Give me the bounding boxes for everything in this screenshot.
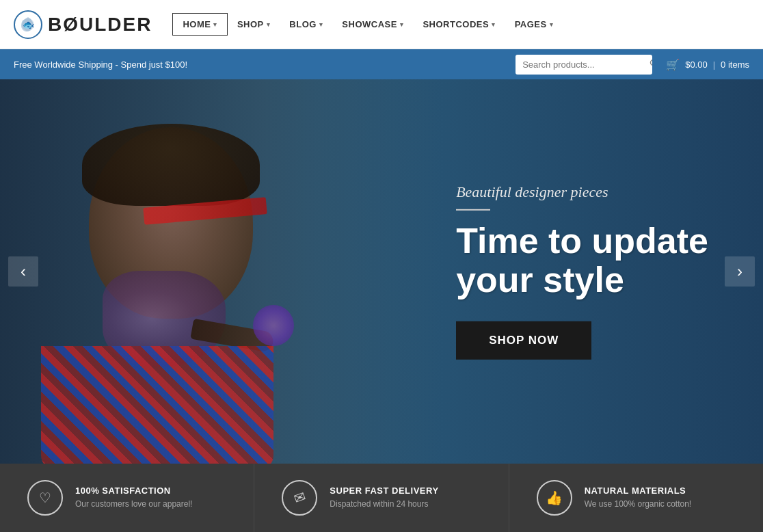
promo-message: Free Worldwide Shipping - Spend just $10… bbox=[14, 59, 187, 70]
prev-arrow-icon: ‹ bbox=[21, 262, 26, 281]
slider-prev-button[interactable]: ‹ bbox=[8, 256, 38, 287]
feature-delivery: ✉ SUPER FAST DELIVERY Dispatched within … bbox=[254, 464, 509, 532]
search-box[interactable] bbox=[516, 55, 652, 75]
nav-pages[interactable]: PAGES ▾ bbox=[505, 14, 563, 35]
feature-delivery-title: SUPER FAST DELIVERY bbox=[330, 486, 438, 496]
nav-shortcodes[interactable]: SHORTCODES ▾ bbox=[413, 14, 505, 35]
cart-icon: 🛒 bbox=[666, 58, 680, 71]
cart-area[interactable]: 🛒 $0.00 | 0 items bbox=[666, 58, 749, 71]
hero-section: Beautiful designer pieces Time to update… bbox=[0, 79, 763, 464]
feature-materials-desc: We use 100% organic cotton! bbox=[585, 498, 692, 510]
logo-text: BØULDER bbox=[48, 14, 152, 36]
nav-shop[interactable]: SHOP ▾ bbox=[228, 14, 280, 35]
delivery-icon-circle: ✉ bbox=[282, 480, 317, 516]
hero-person-area bbox=[21, 120, 362, 462]
chevron-down-icon: ▾ bbox=[267, 21, 271, 28]
promo-right: 🛒 $0.00 | 0 items bbox=[516, 55, 749, 75]
chevron-down-icon: ▾ bbox=[400, 21, 404, 28]
chevron-down-icon: ▾ bbox=[213, 21, 217, 28]
logo-icon: 🐟 bbox=[14, 10, 42, 39]
nav-showcase[interactable]: SHOWCASE ▾ bbox=[332, 14, 413, 35]
hero-divider bbox=[456, 209, 490, 211]
cart-amount: $0.00 bbox=[685, 59, 708, 70]
svg-point-2 bbox=[651, 59, 653, 65]
satisfaction-icon-circle: ♡ bbox=[27, 480, 63, 516]
feature-satisfaction-desc: Our customers love our apparel! bbox=[75, 498, 192, 510]
shop-now-button[interactable]: Shop Now bbox=[456, 321, 591, 360]
search-icon bbox=[650, 59, 652, 68]
search-input[interactable] bbox=[516, 55, 644, 74]
thumbsup-icon: 👍 bbox=[546, 490, 563, 506]
next-arrow-icon: › bbox=[737, 262, 742, 281]
slider-next-button[interactable]: › bbox=[725, 256, 755, 287]
send-icon: ✉ bbox=[291, 488, 308, 507]
cart-item-count: 0 items bbox=[721, 59, 749, 70]
hero-content: Beautiful designer pieces Time to update… bbox=[456, 183, 708, 360]
hero-title: Time to update your style bbox=[456, 222, 708, 300]
logo[interactable]: 🐟 BØULDER bbox=[14, 10, 152, 39]
promo-bar: Free Worldwide Shipping - Spend just $10… bbox=[0, 49, 763, 79]
chevron-down-icon: ▾ bbox=[492, 21, 496, 28]
hero-subtitle: Beautiful designer pieces bbox=[456, 183, 708, 201]
nav-home[interactable]: HOME ▾ bbox=[172, 13, 228, 36]
svg-text:🐟: 🐟 bbox=[23, 19, 35, 31]
site-header: 🐟 BØULDER HOME ▾ SHOP ▾ BLOG ▾ SHOWCASE … bbox=[0, 0, 763, 49]
chevron-down-icon: ▾ bbox=[550, 21, 554, 28]
materials-icon-circle: 👍 bbox=[537, 480, 572, 516]
search-button[interactable] bbox=[644, 55, 652, 75]
feature-satisfaction: ♡ 100% SATISFACTION Our customers love o… bbox=[0, 464, 254, 532]
feature-materials: 👍 NATURAL MATERIALS We use 100% organic … bbox=[509, 464, 763, 532]
chevron-down-icon: ▾ bbox=[319, 21, 323, 28]
features-bar: ♡ 100% SATISFACTION Our customers love o… bbox=[0, 464, 763, 532]
nav-blog[interactable]: BLOG ▾ bbox=[280, 14, 332, 35]
feature-satisfaction-title: 100% SATISFACTION bbox=[75, 486, 192, 496]
heart-icon: ♡ bbox=[39, 490, 51, 506]
main-nav: HOME ▾ SHOP ▾ BLOG ▾ SHOWCASE ▾ SHORTCOD… bbox=[172, 13, 749, 36]
feature-materials-title: NATURAL MATERIALS bbox=[585, 486, 692, 496]
feature-delivery-desc: Dispatched within 24 hours bbox=[330, 498, 438, 510]
